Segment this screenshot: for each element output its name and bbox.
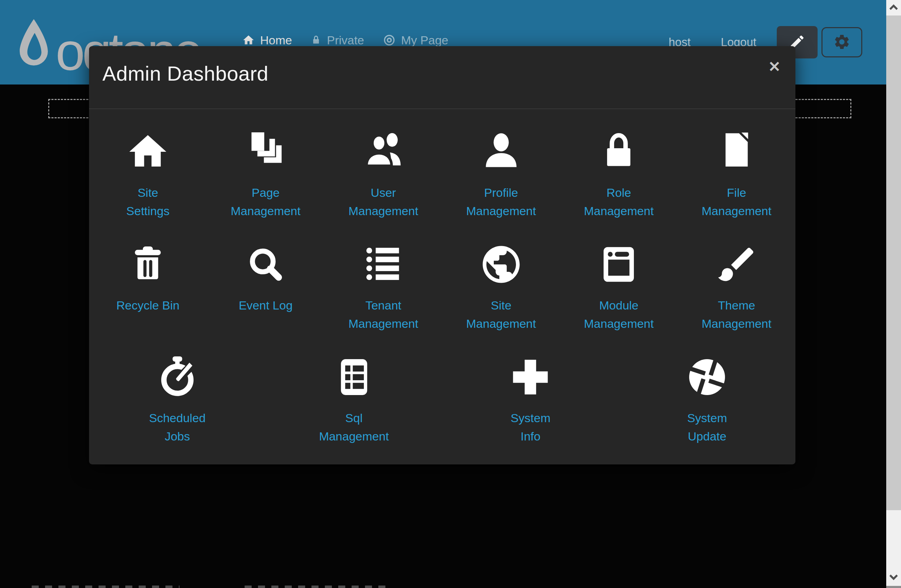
admin-dashboard-modal: Admin Dashboard ✕ SiteSettings PageManag… xyxy=(89,46,795,465)
person-icon xyxy=(479,129,523,175)
oqtane-drop-icon xyxy=(16,16,51,78)
tile-label: ScheduledJobs xyxy=(149,409,206,445)
globe-icon xyxy=(479,242,523,287)
tile-row: Recycle Bin Event Log TenantManagementSi… xyxy=(89,242,795,354)
admin-tile-recycle-bin[interactable]: Recycle Bin xyxy=(89,242,207,354)
nav-item-label: Private xyxy=(327,33,364,47)
tile-label: ModuleManagement xyxy=(584,296,653,333)
brush-icon xyxy=(714,242,759,287)
nav-item-my-page[interactable]: My Page xyxy=(383,33,448,47)
page: oqtane Home Private xyxy=(0,0,901,588)
gear-icon xyxy=(833,33,851,52)
search-icon xyxy=(243,242,288,287)
target-icon xyxy=(383,33,396,47)
tile-label: SqlManagement xyxy=(319,409,388,445)
admin-tile-file-management[interactable]: FileManagement xyxy=(678,129,796,242)
admin-tile-system-update[interactable]: SystemUpdate xyxy=(619,354,795,445)
tile-label: ThemeManagement xyxy=(702,296,772,333)
admin-tile-site-management[interactable]: SiteManagement xyxy=(443,242,560,354)
tile-label: RoleManagement xyxy=(584,183,653,220)
home-icon xyxy=(242,34,255,47)
tile-label: PageManagement xyxy=(231,183,301,220)
nav-item-private[interactable]: Private xyxy=(310,33,364,47)
chevron-up-icon xyxy=(889,3,899,13)
tile-label: Event Log xyxy=(238,296,293,314)
admin-tile-profile-management[interactable]: ProfileManagement xyxy=(443,129,560,242)
scrollbar-thumb[interactable] xyxy=(886,16,901,510)
close-button[interactable]: ✕ xyxy=(768,59,781,74)
pages-icon xyxy=(243,129,288,175)
tile-label: SystemInfo xyxy=(511,409,550,445)
home-icon xyxy=(126,129,170,175)
nav-item-home[interactable]: Home xyxy=(242,33,292,47)
tile-label: SiteSettings xyxy=(126,183,170,220)
list-icon xyxy=(361,242,405,287)
admin-tile-event-log[interactable]: Event Log xyxy=(207,242,325,354)
admin-tile-sql-management[interactable]: SqlManagement xyxy=(266,354,443,445)
tile-label: ProfileManagement xyxy=(466,183,536,220)
admin-tile-module-management[interactable]: ModuleManagement xyxy=(560,242,678,354)
scroll-up-button[interactable] xyxy=(886,0,901,16)
tile-label: SystemUpdate xyxy=(687,409,727,445)
tile-label: Recycle Bin xyxy=(116,296,179,314)
trash-icon xyxy=(126,242,170,287)
modal-header: Admin Dashboard ✕ xyxy=(89,46,795,109)
admin-tiles-grid: SiteSettings PageManagement UserManageme… xyxy=(89,109,795,445)
cutoff-content xyxy=(245,585,389,588)
admin-tile-system-info[interactable]: SystemInfo xyxy=(443,354,619,445)
cutoff-content xyxy=(32,585,179,588)
modal-title: Admin Dashboard xyxy=(103,62,268,85)
admin-tile-user-management[interactable]: UserManagement xyxy=(324,129,443,242)
tile-label: UserManagement xyxy=(348,183,418,220)
nav-item-label: Home xyxy=(260,33,292,47)
tile-label: TenantManagement xyxy=(348,296,418,333)
tile-row: ScheduledJobs SqlManagementSystemInfo xyxy=(89,354,795,445)
tile-label: SiteManagement xyxy=(466,296,536,333)
tile-label: FileManagement xyxy=(702,183,772,220)
admin-tile-role-management[interactable]: RoleManagement xyxy=(560,129,678,242)
admin-tile-tenant-management[interactable]: TenantManagement xyxy=(324,242,443,354)
admin-tile-site-settings[interactable]: SiteSettings xyxy=(89,129,207,242)
lock-icon xyxy=(310,34,322,46)
plus-icon xyxy=(508,354,553,400)
admin-tile-scheduled-jobs[interactable]: ScheduledJobs xyxy=(89,354,266,445)
scrollbar[interactable] xyxy=(886,0,901,588)
settings-button[interactable] xyxy=(822,27,862,58)
lock-icon xyxy=(597,129,641,175)
tile-row: SiteSettings PageManagement UserManageme… xyxy=(89,129,795,242)
window-icon xyxy=(597,242,641,287)
admin-tile-page-management[interactable]: PageManagement xyxy=(207,129,325,242)
aperture-icon xyxy=(685,354,729,400)
scrollbar-corner xyxy=(886,586,901,588)
nav-item-label: My Page xyxy=(401,33,448,47)
stopwatch-icon xyxy=(155,354,200,400)
table-icon xyxy=(332,354,376,400)
chevron-down-icon xyxy=(889,573,899,583)
file-icon xyxy=(714,129,759,175)
scroll-down-button[interactable] xyxy=(886,571,901,586)
admin-tile-theme-management[interactable]: ThemeManagement xyxy=(678,242,796,354)
people-icon xyxy=(361,129,405,175)
